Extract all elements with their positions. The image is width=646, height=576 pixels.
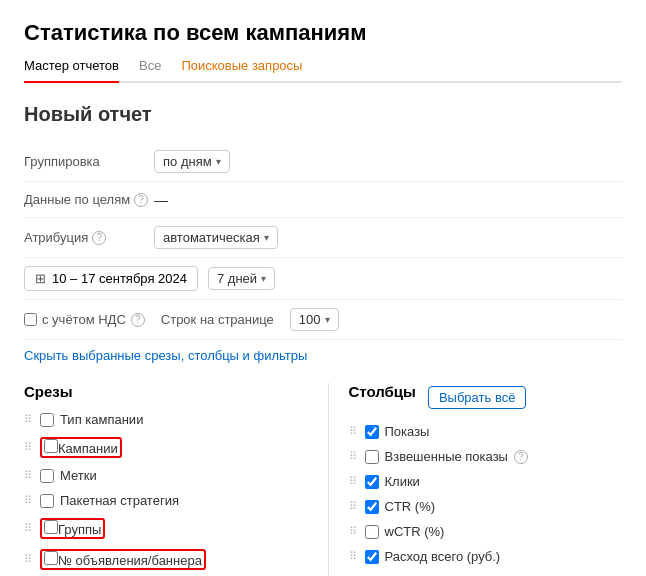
drag-handle-icon: ⠿	[349, 475, 357, 488]
slice-label: № объявления/баннера	[58, 553, 202, 568]
slice-item: ⠿№ объявления/баннера	[24, 549, 298, 570]
slice-highlighted-box: Кампании	[40, 437, 122, 458]
vat-checkbox[interactable]	[24, 313, 37, 326]
vat-checkbox-label[interactable]: с учётом НДС ?	[24, 312, 145, 327]
period-arrow-icon: ▾	[261, 273, 266, 284]
column-item: ⠿Клики	[349, 474, 623, 489]
column-checkbox-5[interactable]	[365, 550, 379, 564]
slice-item: ⠿Тип кампании	[24, 412, 298, 427]
column-checkbox-3[interactable]	[365, 500, 379, 514]
column-label: CTR (%)	[385, 499, 436, 514]
attribution-select[interactable]: автоматическая ▾	[154, 226, 278, 249]
column-label: Расход всего (руб.)	[385, 549, 501, 564]
slice-highlighted-box: Группы	[40, 518, 105, 539]
vat-help-icon[interactable]: ?	[131, 313, 145, 327]
drag-handle-icon: ⠿	[24, 553, 32, 566]
drag-handle-icon: ⠿	[24, 413, 32, 426]
slice-label: Пакетная стратегия	[60, 493, 179, 508]
tab-all[interactable]: Все	[139, 58, 161, 81]
drag-handle-icon: ⠿	[24, 441, 32, 454]
columns-header: Столбцы Выбрать всё	[349, 383, 623, 412]
column-checkbox-2[interactable]	[365, 475, 379, 489]
rows-per-page-value: 100	[299, 312, 321, 327]
column-checkbox-0[interactable]	[365, 425, 379, 439]
report-title: Новый отчет	[24, 103, 622, 126]
column-item: ⠿wCTR (%)	[349, 524, 623, 539]
select-all-button[interactable]: Выбрать всё	[428, 386, 526, 409]
slice-item: ⠿Пакетная стратегия	[24, 493, 298, 508]
column-checkbox-1[interactable]	[365, 450, 379, 464]
column-checkbox-4[interactable]	[365, 525, 379, 539]
slice-checkbox-1[interactable]	[44, 439, 58, 453]
slice-checkbox-3[interactable]	[40, 494, 54, 508]
slice-label: Метки	[60, 468, 97, 483]
drag-handle-icon: ⠿	[349, 425, 357, 438]
attribution-value: автоматическая	[163, 230, 260, 245]
tabs: Мастер отчетов Все Поисковые запросы	[24, 58, 622, 83]
vat-label: с учётом НДС	[42, 312, 126, 327]
grouping-row: Группировка по дням ▾	[24, 142, 622, 182]
drag-handle-icon: ⠿	[349, 525, 357, 538]
slice-item: ⠿Кампании	[24, 437, 298, 458]
column-label: Показы	[385, 424, 430, 439]
columns-list: ⠿Показы⠿Взвешенные показы?⠿Клики⠿CTR (%)…	[349, 424, 623, 564]
section-divider	[328, 383, 329, 576]
column-label: wCTR (%)	[385, 524, 445, 539]
slices-section: Срезы ⠿Тип кампании⠿Кампании⠿Метки⠿Пакет…	[24, 383, 318, 576]
page-title: Статистика по всем кампаниям	[24, 20, 622, 46]
slices-list: ⠿Тип кампании⠿Кампании⠿Метки⠿Пакетная ст…	[24, 412, 298, 570]
period-value: 7 дней	[217, 271, 257, 286]
slice-label: Кампании	[58, 441, 118, 456]
goals-row: Данные по целям ? —	[24, 182, 622, 218]
column-item: ⠿Взвешенные показы?	[349, 449, 623, 464]
slice-checkbox-5[interactable]	[44, 551, 58, 565]
goals-label: Данные по целям ?	[24, 192, 154, 207]
attribution-arrow-icon: ▾	[264, 232, 269, 243]
rows-per-page-text: Строк на странице	[161, 312, 274, 327]
calendar-icon: ⊞	[35, 271, 46, 286]
attribution-help-icon[interactable]: ?	[92, 231, 106, 245]
hide-link-row: Скрыть выбранные срезы, столбцы и фильтр…	[24, 340, 622, 371]
column-label: Клики	[385, 474, 420, 489]
rows-per-page-label: Строк на странице	[161, 312, 274, 327]
attribution-label: Атрибуция ?	[24, 230, 154, 245]
grouping-select[interactable]: по дням ▾	[154, 150, 230, 173]
goals-value: —	[154, 192, 168, 208]
column-item: ⠿Расход всего (руб.)	[349, 549, 623, 564]
drag-handle-icon: ⠿	[24, 522, 32, 535]
column-help-icon[interactable]: ?	[514, 450, 528, 464]
slice-checkbox-0[interactable]	[40, 413, 54, 427]
column-label: Взвешенные показы	[385, 449, 508, 464]
slice-label: Тип кампании	[60, 412, 143, 427]
drag-handle-icon: ⠿	[349, 550, 357, 563]
columns-title: Столбцы	[349, 383, 416, 400]
slice-checkbox-4[interactable]	[44, 520, 58, 534]
columns-section: Столбцы Выбрать всё ⠿Показы⠿Взвешенные п…	[339, 383, 623, 576]
date-range-picker[interactable]: ⊞ 10 – 17 сентября 2024	[24, 266, 198, 291]
date-range-value: 10 – 17 сентября 2024	[52, 271, 187, 286]
period-select[interactable]: 7 дней ▾	[208, 267, 275, 290]
column-item: ⠿CTR (%)	[349, 499, 623, 514]
slice-highlighted-box: № объявления/баннера	[40, 549, 206, 570]
slices-columns-section: Срезы ⠿Тип кампании⠿Кампании⠿Метки⠿Пакет…	[24, 383, 622, 576]
attribution-row: Атрибуция ? автоматическая ▾	[24, 218, 622, 258]
hide-link[interactable]: Скрыть выбранные срезы, столбцы и фильтр…	[24, 348, 307, 363]
grouping-value: по дням	[163, 154, 212, 169]
column-item: ⠿Показы	[349, 424, 623, 439]
drag-handle-icon: ⠿	[349, 450, 357, 463]
slice-checkbox-2[interactable]	[40, 469, 54, 483]
slice-label: Группы	[58, 522, 101, 537]
drag-handle-icon: ⠿	[24, 494, 32, 507]
rows-per-page-select[interactable]: 100 ▾	[290, 308, 339, 331]
drag-handle-icon: ⠿	[24, 469, 32, 482]
vat-row: с учётом НДС ? Строк на странице 100 ▾	[24, 300, 622, 340]
slice-item: ⠿Метки	[24, 468, 298, 483]
tab-master[interactable]: Мастер отчетов	[24, 58, 119, 83]
tab-search[interactable]: Поисковые запросы	[181, 58, 302, 81]
date-range-row: ⊞ 10 – 17 сентября 2024 7 дней ▾	[24, 258, 622, 300]
slice-item: ⠿Группы	[24, 518, 298, 539]
grouping-arrow-icon: ▾	[216, 156, 221, 167]
rows-per-page-arrow-icon: ▾	[325, 314, 330, 325]
goals-help-icon[interactable]: ?	[134, 193, 148, 207]
drag-handle-icon: ⠿	[349, 500, 357, 513]
